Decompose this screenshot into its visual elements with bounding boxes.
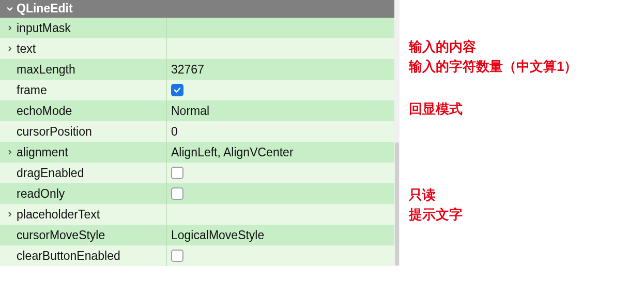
property-value[interactable]: AlignLeft, AlignVCenter	[167, 142, 400, 163]
property-value[interactable]: LogicalMoveStyle	[167, 225, 400, 245]
property-row-text[interactable]: text	[0, 38, 400, 59]
property-value[interactable]	[167, 18, 400, 38]
annotation-text: 只读	[409, 185, 463, 205]
scrollbar-thumb[interactable]	[395, 142, 399, 266]
property-label: cursorPosition	[0, 121, 167, 142]
property-name: dragEnabled	[17, 166, 84, 180]
checkbox-checked[interactable]	[171, 84, 183, 96]
property-label: alignment	[0, 142, 167, 163]
annotation-text: 输入的字符数量（中文算1）	[409, 57, 577, 77]
chevron-right-icon[interactable]	[3, 46, 17, 51]
chevron-right-icon[interactable]	[3, 212, 17, 217]
property-name: clearButtonEnabled	[17, 249, 120, 263]
section-title: QLineEdit	[17, 2, 73, 16]
property-value[interactable]	[167, 80, 400, 100]
chevron-down-icon	[3, 6, 17, 12]
property-row-placeholdertext[interactable]: placeholderText	[0, 204, 400, 225]
property-name: frame	[17, 83, 47, 97]
property-value[interactable]	[167, 38, 400, 59]
checkbox-unchecked[interactable]	[171, 250, 183, 262]
property-label: dragEnabled	[0, 163, 167, 183]
property-row-dragenabled[interactable]: dragEnabled	[0, 163, 400, 183]
property-row-readonly[interactable]: readOnly	[0, 183, 400, 204]
property-editor: QLineEdit inputMask text	[0, 0, 400, 266]
scrollbar-vertical[interactable]	[394, 0, 400, 266]
property-name: text	[17, 42, 36, 56]
property-value[interactable]: Normal	[167, 100, 400, 121]
property-label: placeholderText	[0, 204, 167, 225]
property-value[interactable]	[167, 204, 400, 225]
property-row-cursorposition[interactable]: cursorPosition 0	[0, 121, 400, 142]
annotation-text: 回显模式	[409, 99, 463, 119]
property-row-echomode[interactable]: echoMode Normal	[0, 100, 400, 121]
property-value[interactable]	[167, 183, 400, 204]
property-name: readOnly	[17, 187, 65, 201]
property-label: readOnly	[0, 183, 167, 204]
property-name: alignment	[17, 145, 68, 159]
checkbox-unchecked[interactable]	[171, 167, 183, 179]
property-label: echoMode	[0, 100, 167, 121]
property-value[interactable]: 32767	[167, 59, 400, 80]
property-name: maxLength	[17, 63, 75, 77]
property-row-frame[interactable]: frame	[0, 80, 400, 100]
property-row-cursormovestyle[interactable]: cursorMoveStyle LogicalMoveStyle	[0, 225, 400, 245]
property-name: placeholderText	[17, 208, 100, 222]
chevron-right-icon[interactable]	[3, 150, 17, 155]
annotation-text: 输入的内容	[409, 37, 577, 57]
section-header-qlineedit[interactable]: QLineEdit	[0, 0, 400, 18]
property-row-inputmask[interactable]: inputMask	[0, 18, 400, 38]
property-name: cursorMoveStyle	[17, 228, 105, 242]
chevron-right-icon[interactable]	[3, 25, 17, 31]
property-label: text	[0, 38, 167, 59]
property-label: frame	[0, 80, 167, 100]
property-label: clearButtonEnabled	[0, 245, 167, 266]
property-label: cursorMoveStyle	[0, 225, 167, 245]
property-row-alignment[interactable]: alignment AlignLeft, AlignVCenter	[0, 142, 400, 163]
property-name: echoMode	[17, 104, 72, 118]
checkbox-unchecked[interactable]	[171, 187, 183, 200]
property-name: inputMask	[17, 21, 71, 35]
property-value[interactable]: 0	[167, 121, 400, 142]
property-label: maxLength	[0, 59, 167, 80]
annotation-text: 提示文字	[409, 205, 463, 225]
property-name: cursorPosition	[17, 125, 92, 139]
property-label: inputMask	[0, 18, 167, 38]
property-value[interactable]	[167, 245, 400, 266]
property-row-clearbuttonenabled[interactable]: clearButtonEnabled	[0, 245, 400, 266]
property-row-maxlength[interactable]: maxLength 32767	[0, 59, 400, 80]
property-value[interactable]	[167, 163, 400, 183]
